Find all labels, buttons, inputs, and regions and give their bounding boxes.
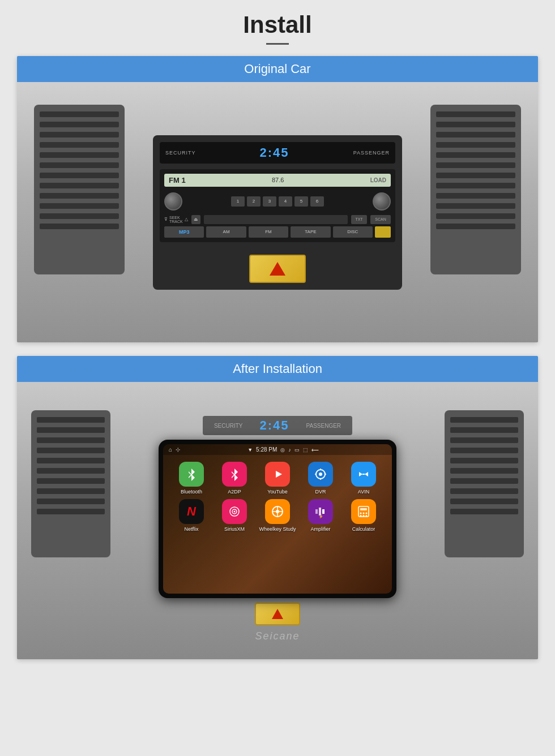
vent-slat — [37, 509, 105, 514]
vent-slat — [436, 132, 515, 138]
camera-icon: ◎ — [280, 447, 285, 453]
radio-load-label: LOAD — [370, 177, 386, 183]
app-item-a2dp[interactable]: A2DP — [215, 462, 254, 495]
after-installation-image: SECURITY 2:45 PASSENGER ⌂ ⊹ ▼ — [17, 382, 538, 659]
scan-button[interactable]: SCAN — [370, 215, 391, 224]
android-status-bar: ⌂ ⊹ ▼ 5:28 PM ◎ ♪ ▭ ⬚ ⟵ — [163, 444, 392, 455]
original-car-header: Original Car — [17, 56, 538, 82]
nav-icon: ⊹ — [176, 446, 180, 453]
svg-point-9 — [276, 510, 279, 513]
app-icon-youtube — [265, 462, 290, 487]
vent-slat — [40, 142, 119, 148]
window-icon: ⬚ — [303, 447, 308, 453]
svg-point-24 — [363, 515, 365, 517]
vent-slat — [450, 478, 518, 484]
vent-slat — [436, 224, 515, 229]
txt-label: TXT — [355, 217, 362, 221]
vent-slat — [436, 111, 515, 117]
app-label-youtube: YouTube — [267, 489, 287, 495]
vent-slat — [436, 203, 515, 209]
vent-slat — [436, 122, 515, 127]
vent-slat — [436, 213, 515, 219]
vent-slat — [40, 193, 119, 199]
page-title: Install — [243, 11, 311, 38]
clock-display: SECURITY 2:45 PASSENGER — [160, 142, 395, 164]
app-icon-dvr — [308, 462, 333, 487]
app-icon-wheelkey — [265, 499, 290, 524]
vent-slat — [37, 417, 105, 423]
app-label-wheelkey: Wheelkey Study — [259, 526, 296, 532]
seek-track-label: SEEKTRACK — [169, 216, 183, 224]
vent-slat — [436, 162, 515, 168]
app-item-netflix[interactable]: NNetflix — [172, 499, 211, 532]
fm-button[interactable]: FM — [249, 226, 288, 238]
app-icon-amplifier: ⚡ — [308, 499, 333, 524]
radio-controls: 1 2 3 4 5 6 — [164, 190, 391, 213]
preset-5[interactable]: 5 — [294, 196, 308, 207]
center-console: SECURITY 2:45 PASSENGER FM 1 87.6 LOAD 1 — [153, 135, 402, 290]
scan-label: SCAN — [375, 217, 386, 221]
after-hazard-triangle-icon — [272, 609, 283, 619]
text-button[interactable]: TXT — [351, 215, 367, 224]
app-item-youtube[interactable]: YouTube — [258, 462, 297, 495]
preset-6[interactable]: 6 — [310, 196, 324, 207]
app-label-siriusxm: SiriusXM — [224, 526, 245, 532]
back-icon[interactable]: ⟵ — [311, 447, 319, 453]
tape-button[interactable]: TAPE — [291, 226, 330, 238]
app-item-amplifier[interactable]: ⚡ Amplifier — [301, 499, 340, 532]
vent-slat — [40, 183, 119, 188]
vent-slat — [40, 132, 119, 138]
svg-rect-15 — [319, 508, 321, 516]
preset-buttons: 1 2 3 4 5 6 — [231, 196, 324, 207]
vent-slat — [37, 427, 105, 433]
vent-slat — [37, 499, 105, 504]
vent-slat — [37, 478, 105, 484]
vent-slat — [450, 499, 518, 504]
am-button[interactable]: AM — [206, 226, 246, 238]
mp3-label: MP3 — [164, 226, 204, 238]
home-icon[interactable]: ⌂ — [169, 446, 172, 453]
vent-slat — [450, 427, 518, 433]
volume-icon: ♪ — [288, 447, 291, 453]
after-security-label: SECURITY — [214, 423, 243, 429]
app-item-siriusxm[interactable]: SiriusXM — [215, 499, 254, 532]
vent-slat — [40, 203, 119, 209]
app-grid: Bluetooth A2DP YouTube DVR AVINNNetflix … — [163, 455, 392, 594]
vent-slat — [40, 162, 119, 168]
right-vent — [430, 105, 521, 274]
app-icon-bluetooth — [179, 462, 204, 487]
wifi-icon: ▼ — [247, 447, 253, 453]
vent-slat — [436, 142, 515, 148]
app-item-wheelkey[interactable]: Wheelkey Study — [258, 499, 297, 532]
original-car-image: SECURITY 2:45 PASSENGER FM 1 87.6 LOAD 1 — [17, 82, 538, 342]
app-item-calculator[interactable]: Calculator — [344, 499, 383, 532]
after-clock-bar: SECURITY 2:45 PASSENGER — [203, 416, 352, 435]
vent-slat — [450, 458, 518, 463]
seek-label: ⊽ — [164, 217, 168, 222]
vent-slat — [37, 468, 105, 474]
vent-slat — [450, 488, 518, 494]
app-item-bluetooth[interactable]: Bluetooth — [172, 462, 211, 495]
hazard-button[interactable] — [249, 255, 306, 283]
preset-4[interactable]: 4 — [279, 196, 292, 207]
vent-slat — [436, 183, 515, 188]
android-head-unit[interactable]: ⌂ ⊹ ▼ 5:28 PM ◎ ♪ ▭ ⬚ ⟵ — [159, 440, 396, 598]
eject-button[interactable]: ⏏ — [191, 215, 200, 224]
preset-1[interactable]: 1 — [231, 196, 245, 207]
disc-button[interactable]: DISC — [333, 226, 373, 238]
vent-slat — [37, 488, 105, 494]
status-center: ▼ 5:28 PM ◎ ♪ ▭ ⬚ ⟵ — [247, 446, 319, 453]
after-hazard-button[interactable] — [255, 603, 300, 625]
vent-slat — [37, 448, 105, 453]
app-item-dvr[interactable]: DVR — [301, 462, 340, 495]
vent-slat — [436, 173, 515, 178]
preset-3[interactable]: 3 — [263, 196, 276, 207]
track-up-label: △ — [185, 217, 188, 222]
vent-slat — [40, 173, 119, 178]
app-item-avin[interactable]: AVIN — [344, 462, 383, 495]
tune-file-knob[interactable] — [373, 192, 391, 211]
app-icon-siriusxm — [222, 499, 247, 524]
pwr-vol-knob[interactable] — [164, 192, 182, 211]
preset-2[interactable]: 2 — [247, 196, 261, 207]
after-passenger-label: PASSENGER — [306, 423, 341, 429]
